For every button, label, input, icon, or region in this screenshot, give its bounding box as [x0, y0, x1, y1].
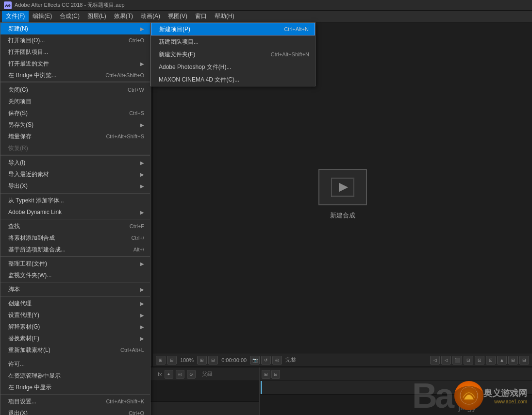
- submenu-photoshop-file[interactable]: Adobe Photoshop 文件(H)...: [151, 61, 315, 73]
- menu-interpret-footage[interactable]: 解释素材(G) ▶: [0, 321, 150, 332]
- menu-file[interactable]: 文件(F): [2, 11, 29, 22]
- new-comp-label: 新建合成: [330, 211, 355, 220]
- new-submenu: 新建项目(P) Ctrl+Alt+N 新建团队项目... 新建文件夹(F) Ct…: [150, 22, 316, 86]
- menu-close[interactable]: 关闭(C) Ctrl+W: [0, 84, 150, 96]
- menu-divider-4: [0, 219, 150, 219]
- menu-organize-files[interactable]: 整理工程(文件) ▶: [0, 258, 150, 269]
- menu-increment-save[interactable]: 增量保存 Ctrl+Alt+Shift+S: [0, 131, 150, 142]
- tl-right-btn-2[interactable]: ⊟: [271, 370, 280, 379]
- title-bar: Ae Adobe After Effects CC 2018 - 无标题项目.a…: [0, 0, 532, 11]
- dropdown-overlay: 新建(N) ▶ 打开项目(O)... Ctrl+O 打开团队项目... 打开最近…: [0, 22, 150, 415]
- menu-exit[interactable]: 退出(X) Ctrl+Q: [0, 407, 150, 415]
- preview-btn-4[interactable]: ⊟: [208, 356, 218, 365]
- menu-divider-2: [0, 155, 150, 156]
- new-composition-button[interactable]: 新建合成: [318, 169, 367, 220]
- menu-edit[interactable]: 编辑(E): [29, 11, 56, 22]
- menu-open-team[interactable]: 打开团队项目...: [0, 46, 150, 58]
- preview-btn-8[interactable]: ◁: [441, 356, 451, 365]
- menu-add-to-comp[interactable]: 将素材添加到合成 Ctrl+/: [0, 232, 150, 244]
- preview-btn-1[interactable]: ⊞: [156, 356, 166, 365]
- watermark-text: 奥义游戏网 www.aoe1.com: [483, 387, 527, 404]
- menu-divider-5: [0, 256, 150, 257]
- menu-divider-7: [0, 296, 150, 297]
- watermark-url: www.aoe1.com: [494, 399, 527, 404]
- tl-fx-btn2[interactable]: ◎: [176, 370, 184, 379]
- menu-divider-8: [0, 357, 150, 357]
- menu-replace-footage[interactable]: 替换素材(E) ▶: [0, 332, 150, 344]
- tl-fx-btn1[interactable]: ●: [165, 370, 173, 379]
- preview-camera-btn[interactable]: 📷: [250, 356, 260, 365]
- menu-browse-bridge[interactable]: 在 Bridge 中浏览... Ctrl+Alt+Shift+O: [0, 69, 150, 81]
- preview-btn-10[interactable]: ⊡: [464, 356, 473, 365]
- watermark: jingy Ba 奥义游戏网 www.aoe1.com: [386, 376, 532, 415]
- menu-import[interactable]: 导入(I) ▶: [0, 157, 150, 168]
- preview-btn-15[interactable]: ⊟: [519, 356, 529, 365]
- preview-btn-5[interactable]: ↺: [261, 356, 271, 365]
- preview-btn-12[interactable]: ⊡: [486, 356, 496, 365]
- watermark-ba: Ba: [412, 376, 452, 415]
- parent-label: 父级: [198, 370, 216, 378]
- preview-btn-7[interactable]: ◁: [430, 356, 440, 365]
- menu-watch-folder[interactable]: 监视文件夹(W)...: [0, 269, 150, 281]
- file-menu: 新建(N) ▶ 打开项目(O)... Ctrl+O 打开团队项目... 打开最近…: [0, 22, 150, 415]
- preview-quality: 完整: [283, 356, 298, 364]
- menu-effect[interactable]: 效果(T): [110, 11, 137, 22]
- menu-section-1: 打开项目(O)... Ctrl+O 打开团队项目... 打开最近的文件 ▶ 在 …: [0, 34, 150, 82]
- menu-import-recent[interactable]: 导入最近的素材 ▶: [0, 168, 150, 180]
- comp-icon: [318, 169, 367, 205]
- menu-new[interactable]: 新建(N) ▶: [0, 23, 150, 34]
- menu-new-comp-from-sel[interactable]: 基于所选项新建合成... Alt+\: [0, 244, 150, 255]
- preview-zoom: 100%: [178, 357, 196, 363]
- menu-set-proxy[interactable]: 设置代理(Y) ▶: [0, 309, 150, 321]
- menu-show-in-explorer[interactable]: 在资源管理器中显示: [0, 370, 150, 382]
- watermark-title: 奥义游戏网: [483, 387, 527, 399]
- menu-save-as[interactable]: 另存为(S) ▶: [0, 119, 150, 131]
- menu-window[interactable]: 窗口: [191, 11, 211, 22]
- menu-divider-9: [0, 394, 150, 395]
- menu-view[interactable]: 视图(V): [164, 11, 191, 22]
- menu-reload-footage[interactable]: 重新加载素材(L) Ctrl+Alt+L: [0, 344, 150, 356]
- preview-btn-13[interactable]: ▲: [497, 356, 507, 365]
- timeline-right: ⊞ ⊟ jingy Ba 奥义游戏网: [260, 367, 532, 415]
- menu-create-proxy[interactable]: 创建代理 ▶: [0, 298, 150, 309]
- menu-show-in-bridge[interactable]: 在 Bridge 中显示: [0, 382, 150, 393]
- preview-btn-11[interactable]: ⊡: [475, 356, 484, 365]
- menu-typekit[interactable]: 从 Typekit 添加字体...: [0, 195, 150, 206]
- preview-btn-3[interactable]: ⊞: [197, 356, 207, 365]
- menu-close-project[interactable]: 关闭项目: [0, 96, 150, 107]
- menu-scripts[interactable]: 脚本 ▶: [0, 283, 150, 295]
- menu-license[interactable]: 许可...: [0, 358, 150, 370]
- tl-fx-btn3[interactable]: ⊙: [187, 370, 196, 379]
- menu-export[interactable]: 导出(X) ▶: [0, 180, 150, 192]
- submenu-cinema4d-file[interactable]: MAXON CINEMA 4D 文件(C)...: [151, 73, 315, 86]
- submenu-new-team-project[interactable]: 新建团队项目...: [151, 35, 315, 48]
- title-text: Adobe After Effects CC 2018 - 无标题项目.aep: [15, 1, 125, 9]
- preview-btn-2[interactable]: ⊟: [167, 356, 177, 365]
- menu-divider-3: [0, 193, 150, 194]
- playhead[interactable]: [261, 381, 262, 394]
- menu-dynamic-link[interactable]: Adobe Dynamic Link ▶: [0, 206, 150, 218]
- preview-timecode: 0:00:00:00: [219, 357, 249, 363]
- menu-section-3: 导入(I) ▶ 导入最近的素材 ▶ 导出(X) ▶: [0, 157, 150, 192]
- submenu-new-folder[interactable]: 新建文件夹(F) Ctrl+Alt+Shift+N: [151, 48, 315, 61]
- menu-open-recent[interactable]: 打开最近的文件 ▶: [0, 58, 150, 69]
- preview-btn-14[interactable]: ⊞: [508, 356, 518, 365]
- preview-btn-6[interactable]: ◎: [272, 356, 282, 365]
- menu-bar: 文件(F) 编辑(E) 合成(C) 图层(L) 效果(T) 动画(A) 视图(V…: [0, 11, 532, 22]
- ae-logo: Ae: [4, 1, 12, 9]
- menu-divider-1: [0, 83, 150, 83]
- menu-open-project[interactable]: 打开项目(O)... Ctrl+O: [0, 34, 150, 46]
- menu-find[interactable]: 查找 Ctrl+F: [0, 220, 150, 232]
- menu-composition[interactable]: 合成(C): [56, 11, 83, 22]
- preview-btn-9[interactable]: ⬛: [452, 356, 462, 365]
- submenu-new-project[interactable]: 新建项目(P) Ctrl+Alt+N: [151, 23, 315, 35]
- watermark-logo: [454, 381, 483, 410]
- menu-project-settings[interactable]: 项目设置... Ctrl+Alt+Shift+K: [0, 396, 150, 407]
- tl-right-btn-1[interactable]: ⊞: [262, 370, 270, 379]
- preview-toolbar: ⊞ ⊟ 100% ⊞ ⊟ 0:00:00:00 📷 ↺ ◎ 完整 ◁ ◁ ⬛ ⊡…: [153, 353, 532, 366]
- menu-help[interactable]: 帮助(H): [211, 11, 238, 22]
- fx-area: fx ● ◎ ⊙ 父级: [154, 370, 256, 379]
- menu-layer[interactable]: 图层(L): [83, 11, 110, 22]
- menu-animation[interactable]: 动画(A): [137, 11, 164, 22]
- menu-save[interactable]: 保存(S) Ctrl+S: [0, 107, 150, 119]
